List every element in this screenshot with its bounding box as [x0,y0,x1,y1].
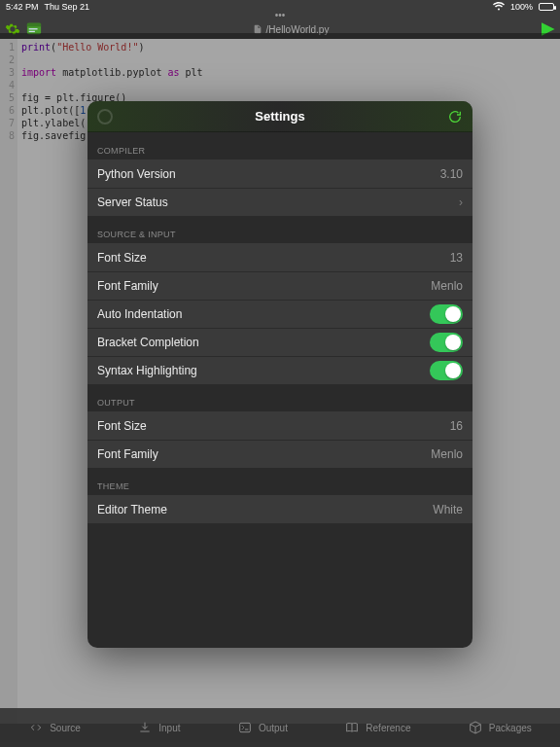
row-src-font-size[interactable]: Font Size 13 [88,243,472,271]
tab-output-label: Output [259,723,288,733]
chevron-right-icon: › [459,196,463,209]
row-src-font-family[interactable]: Font Family Menlo [88,271,472,300]
row-out-font-size[interactable]: Font Size 16 [88,411,472,440]
value-src-font-size: 13 [450,251,463,265]
svg-rect-2 [29,28,38,29]
tab-source-label: Source [50,723,81,733]
value-out-font-family: Menlo [431,447,463,461]
toggle-bracket-completion[interactable] [430,333,463,352]
label-syntax-highlight: Syntax Highlighting [97,364,197,377]
label-server-status: Server Status [97,196,168,209]
section-header-output: OUTPUT [88,384,472,411]
bottom-tab-bar: Source Input Output Reference Packages [0,708,560,747]
label-out-font-family: Font Family [97,447,158,461]
tab-reference-label: Reference [366,723,410,733]
tab-output[interactable]: Output [237,720,288,735]
row-editor-theme[interactable]: Editor Theme White [88,495,472,523]
value-editor-theme: White [433,503,463,516]
svg-rect-1 [27,23,41,27]
download-icon [137,720,153,735]
battery-icon [539,3,554,11]
label-python-version: Python Version [97,167,176,181]
section-header-compiler: COMPILER [88,132,472,160]
tab-input-label: Input [158,723,180,733]
tab-packages-label: Packages [489,723,532,733]
status-time: 5:42 PM [6,2,39,12]
toggle-syntax-highlight[interactable] [430,361,463,380]
status-date: Thu Sep 21 [45,2,90,12]
label-src-font-size: Font Size [97,251,147,265]
label-editor-theme: Editor Theme [97,503,167,516]
book-icon [344,720,360,735]
svg-rect-3 [29,31,35,32]
section-header-source: SOURCE & INPUT [88,216,472,243]
row-python-version[interactable]: Python Version 3.10 [88,160,472,188]
code-icon [28,720,44,735]
label-out-font-size: Font Size [97,419,147,433]
settings-modal: Settings COMPILER Python Version 3.10 Se… [88,101,472,648]
row-bracket-completion: Bracket Completion [88,328,472,356]
svg-rect-4 [240,723,251,731]
tab-source[interactable]: Source [28,720,81,735]
package-icon [468,720,483,735]
value-python-version: 3.10 [440,167,463,181]
label-bracket-completion: Bracket Completion [97,336,199,349]
spinner-icon [97,109,113,124]
row-out-font-family[interactable]: Font Family Menlo [88,440,472,468]
value-src-font-family: Menlo [431,279,463,293]
row-server-status[interactable]: Server Status › [88,188,472,216]
section-header-theme: THEME [88,468,472,495]
wifi-icon [493,2,505,13]
tab-input[interactable]: Input [137,720,180,735]
modal-title: Settings [255,109,304,124]
terminal-icon [237,720,253,735]
toggle-auto-indent[interactable] [430,304,463,324]
row-auto-indent: Auto Indentation [88,300,472,328]
tab-reference[interactable]: Reference [344,720,410,735]
modal-header: Settings [88,101,472,132]
label-src-font-family: Font Family [97,279,158,293]
value-out-font-size: 16 [450,419,463,433]
label-auto-indent: Auto Indentation [97,307,182,321]
battery-percent: 100% [510,2,533,12]
row-syntax-highlight: Syntax Highlighting [88,356,472,384]
refresh-icon[interactable] [447,109,463,124]
tab-packages[interactable]: Packages [468,720,532,735]
